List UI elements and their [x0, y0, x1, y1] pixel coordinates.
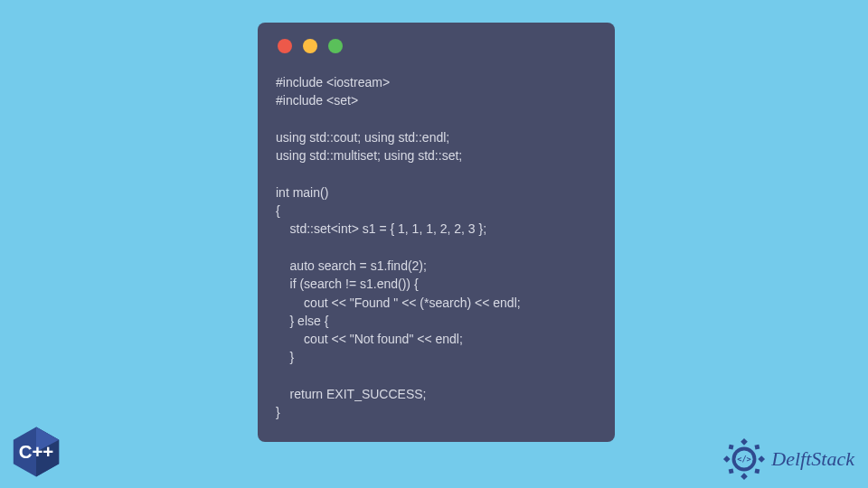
- delftstack-logo: </> DelftStack: [722, 437, 854, 481]
- cpp-label: C++: [19, 442, 54, 462]
- svg-marker-7: [729, 445, 734, 450]
- svg-marker-4: [741, 473, 749, 480]
- svg-marker-6: [759, 455, 766, 463]
- svg-marker-5: [723, 455, 731, 463]
- svg-marker-3: [741, 438, 749, 446]
- window-traffic-lights: [276, 39, 597, 53]
- brand-name: DelftStack: [771, 447, 854, 471]
- svg-marker-10: [729, 469, 734, 474]
- svg-marker-8: [755, 469, 760, 474]
- svg-text:</>: </>: [738, 455, 752, 464]
- code-window: #include <iostream> #include <set> using…: [258, 23, 615, 442]
- minimize-icon[interactable]: [303, 39, 317, 53]
- gear-icon: </>: [722, 437, 766, 481]
- code-block: #include <iostream> #include <set> using…: [276, 73, 597, 422]
- svg-marker-9: [755, 445, 760, 450]
- cpp-logo-icon: C++: [9, 425, 63, 479]
- close-icon[interactable]: [278, 39, 292, 53]
- maximize-icon[interactable]: [328, 39, 343, 53]
